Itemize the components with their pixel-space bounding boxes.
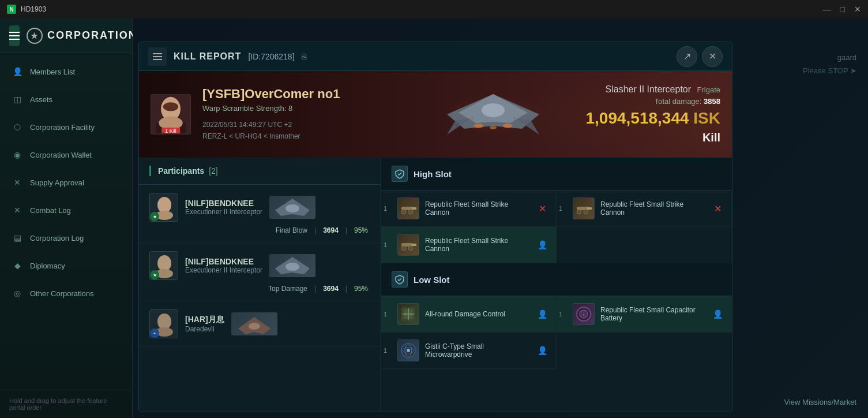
participant-avatar-2: ★ xyxy=(149,251,178,280)
stat-pct-1: 95% xyxy=(354,226,368,234)
kill-report-panel: KILL REPORT [ID:7206218] ⎘ ↗ ✕ xyxy=(138,42,732,412)
corp-badge-3: + xyxy=(150,329,159,338)
view-missions-link[interactable]: View Missions/Market xyxy=(784,398,856,406)
panel-menu-button[interactable] xyxy=(148,47,167,66)
svg-point-54 xyxy=(407,349,410,352)
participants-count: [2] xyxy=(209,166,218,176)
low-slot-item-2[interactable]: 1 + Republic Fleet Small Capacitor Batte… xyxy=(557,296,732,333)
sidebar: ★ CORPORATION 👤 Members List ◫ Assets ⬡ … xyxy=(0,18,133,418)
hamburger-line-1 xyxy=(9,32,20,33)
high-slot-status-1: ✕ xyxy=(536,203,548,214)
minimize-button[interactable]: — xyxy=(823,5,831,14)
external-link-button[interactable]: ↗ xyxy=(677,46,697,67)
participant-avatar-1: ★ xyxy=(149,193,178,222)
svg-rect-33 xyxy=(412,207,416,210)
participant-info-1: [NILF]BENDKNEE Executioner II Intercepto… xyxy=(185,199,262,216)
high-slot-item-3[interactable]: 1 Republic Fleet Small Strike Cannon xyxy=(381,227,557,263)
sidebar-item-assets[interactable]: ◫ Assets xyxy=(0,85,132,113)
high-slot-icon xyxy=(392,166,408,182)
high-slot-name-2: Republic Fleet Small Strike Cannon xyxy=(600,200,706,217)
right-chat-text: gaard Please STOP ➤ xyxy=(803,53,856,75)
menu-line-1 xyxy=(153,53,162,54)
svg-point-15 xyxy=(157,197,171,213)
maximize-button[interactable]: □ xyxy=(840,5,845,14)
damage-control-icon xyxy=(397,303,419,325)
mwd-icon xyxy=(397,339,419,361)
participants-title: Participants xyxy=(158,166,204,176)
kill-type-label: Kill xyxy=(585,131,720,144)
kill-date: 2022/05/31 14:49:27 UTC +2 xyxy=(202,120,401,130)
sidebar-item-label-members: Members List xyxy=(30,68,75,76)
participant-card-1: ★ [NILF]BENDKNEE Executioner II Intercep… xyxy=(139,185,381,243)
kill-info: [YSFB]OverComer no1 Warp Scramble Streng… xyxy=(202,87,401,141)
isk-amount: 1,094,518,344 xyxy=(585,109,689,127)
participant-top-3: + [HAR]月息 Daredevil xyxy=(149,309,370,338)
panel-title: KILL REPORT xyxy=(174,51,241,62)
svg-point-35 xyxy=(408,210,413,214)
hamburger-button[interactable] xyxy=(9,25,20,46)
facility-icon: ⬡ xyxy=(12,121,23,133)
isk-currency: ISK xyxy=(693,109,720,127)
kill-banner: 1 Kill [YSFB]OverComer no1 Warp Scramble… xyxy=(139,71,732,158)
app-icon: N xyxy=(7,5,16,14)
low-slot-item-3[interactable]: 1 Gistii C-Type Small Microwarpdrive xyxy=(381,333,557,369)
svg-text:+: + xyxy=(583,312,585,318)
chat-line-1: gaard xyxy=(803,53,856,62)
ship-thumbnail-1 xyxy=(269,196,315,219)
sidebar-item-other[interactable]: ◎ Other Corporations xyxy=(0,279,132,307)
low-slot-status-1: 👤 xyxy=(536,308,548,320)
members-icon: 👤 xyxy=(12,66,23,77)
sidebar-item-supply[interactable]: ✕ Supply Approval xyxy=(0,169,132,196)
low-slot-item-1[interactable]: 1 All-round Damage Control 👤 xyxy=(381,296,557,333)
participant-card-2: ★ [NILF]BENDKNEE Executioner II Intercep… xyxy=(139,243,381,301)
sidebar-item-members[interactable]: 👤 Members List xyxy=(0,58,132,85)
participant-ship-1: Executioner II Interceptor xyxy=(185,208,262,216)
low-slot-qty-2: 1 xyxy=(559,311,562,318)
ship-class-name: Slasher II Interceptor xyxy=(606,84,692,94)
svg-point-12 xyxy=(503,124,512,128)
assets-icon: ◫ xyxy=(12,94,23,105)
participant-info-3: [HAR]月息 Daredevil xyxy=(185,315,224,333)
svg-point-2 xyxy=(163,102,178,111)
sidebar-item-label-wallet: Corporation Wallet xyxy=(30,151,92,159)
person-icon-2: 👤 xyxy=(538,309,547,319)
participant-info-2: [NILF]BENDKNEE Executioner II Intercepto… xyxy=(185,257,262,274)
sidebar-nav: 👤 Members List ◫ Assets ⬡ Corporation Fa… xyxy=(0,53,132,390)
sidebar-item-combat[interactable]: ✕ Combat Log xyxy=(0,196,132,224)
low-slot-title: Low Slot xyxy=(414,275,450,285)
svg-point-27 xyxy=(157,314,171,330)
high-slot-qty-1: 1 xyxy=(384,205,387,212)
svg-rect-37 xyxy=(587,207,592,210)
sidebar-item-wallet[interactable]: ◉ Corporation Wallet xyxy=(0,141,132,169)
low-slot-qty-1: 1 xyxy=(384,311,387,318)
kill-report-id: [ID:7206218] xyxy=(248,52,294,61)
sidebar-item-label-combat: Combat Log xyxy=(30,206,71,215)
menu-line-2 xyxy=(153,56,162,57)
high-slot-item-2[interactable]: 1 Republic Fleet Small Strike Cannon xyxy=(557,191,732,227)
high-slot-qty-3: 1 xyxy=(384,241,387,248)
high-slot-header: High Slot xyxy=(381,158,732,191)
warp-scramble-stat: Warp Scramble Strength: 8 xyxy=(202,104,401,113)
ship-mini-2 xyxy=(269,254,315,277)
close-button[interactable]: ✕ xyxy=(854,5,861,14)
copy-icon[interactable]: ⎘ xyxy=(302,52,306,61)
person-icon-1: 👤 xyxy=(538,240,547,249)
total-damage-value: 3858 xyxy=(704,97,720,106)
cannon-icon-3 xyxy=(397,234,419,256)
supply-icon: ✕ xyxy=(12,177,23,188)
sidebar-item-facility[interactable]: ⬡ Corporation Facility xyxy=(0,113,132,141)
close-panel-button[interactable]: ✕ xyxy=(702,46,723,67)
sidebar-item-label-assets: Assets xyxy=(30,95,52,104)
low-slot-grid: 1 All-round Damage Control 👤 xyxy=(381,296,732,369)
sidebar-item-corplog[interactable]: ▤ Corporation Log xyxy=(0,224,132,252)
sidebar-item-diplomacy[interactable]: ◆ Diplomacy xyxy=(0,252,132,279)
pilot-name: [YSFB]OverComer no1 xyxy=(202,87,401,102)
sidebar-item-label-diplomacy: Diplomacy xyxy=(30,262,65,270)
isk-value: 1,094,518,344 ISK xyxy=(585,109,720,128)
sidebar-header: ★ CORPORATION xyxy=(0,18,132,53)
kill-stats: Slasher II Interceptor Frigate Total dam… xyxy=(585,84,720,144)
low-slot-status-3: 👤 xyxy=(536,345,548,356)
high-slot-item-1[interactable]: 1 Republic Fleet Small Strike Cannon xyxy=(381,191,557,227)
slots-section: High Slot 1 xyxy=(381,158,732,412)
corp-star-icon: ★ xyxy=(27,28,43,44)
